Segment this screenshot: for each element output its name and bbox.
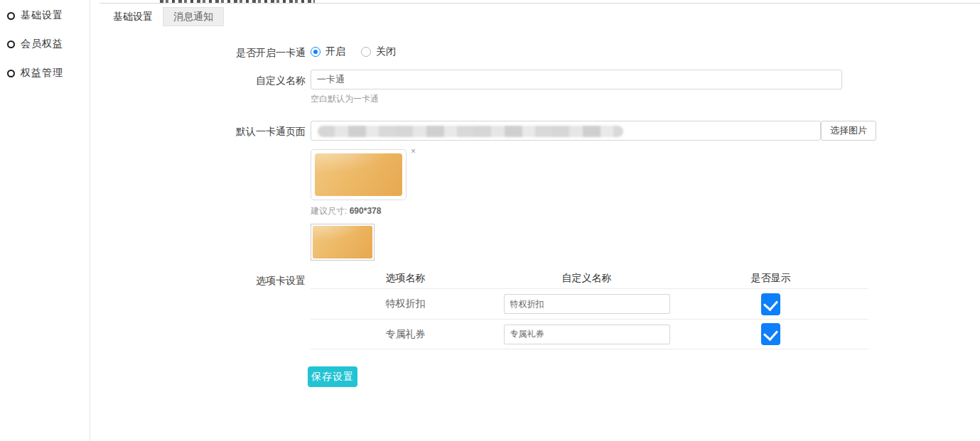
radio-option-on[interactable]: 开启 bbox=[311, 45, 345, 58]
radio-label: 关闭 bbox=[376, 45, 396, 58]
sidebar-item-label: 权益管理 bbox=[21, 67, 63, 80]
sidebar-item-member-benefits[interactable]: 会员权益 bbox=[7, 38, 63, 50]
col-header-visible: 是否显示 bbox=[673, 272, 868, 285]
option-custom-name-input[interactable] bbox=[504, 294, 670, 314]
radio-selected-icon bbox=[311, 47, 321, 57]
tab-basic-settings[interactable]: 基础设置 bbox=[103, 7, 163, 26]
option-name: 特权折扣 bbox=[311, 298, 500, 310]
table-row: 专属礼券 bbox=[311, 319, 868, 349]
tab-message-notify[interactable]: 消息通知 bbox=[163, 7, 224, 26]
custom-name-input[interactable] bbox=[311, 70, 842, 89]
default-page-label: 默认一卡通页面 bbox=[90, 126, 306, 138]
circle-icon bbox=[7, 40, 15, 48]
size-hint-value: 690*378 bbox=[350, 206, 382, 216]
default-page-input[interactable] bbox=[311, 121, 821, 141]
visible-checkbox-checked[interactable] bbox=[761, 323, 780, 345]
choose-image-button[interactable]: 选择图片 bbox=[821, 121, 876, 141]
redacted-value bbox=[318, 126, 623, 137]
sidebar: 基础设置 会员权益 权益管理 bbox=[0, 0, 90, 441]
gold-card-image bbox=[315, 153, 402, 196]
visible-checkbox-checked[interactable] bbox=[761, 293, 780, 315]
gold-card-image bbox=[313, 226, 372, 258]
size-hint: 建议尺寸: 690*378 bbox=[311, 205, 381, 217]
enable-card-radio-group: 开启 关闭 bbox=[311, 45, 396, 58]
radio-label: 开启 bbox=[325, 45, 345, 58]
image-preview-box[interactable] bbox=[311, 149, 406, 200]
col-header-option-name: 选项名称 bbox=[311, 272, 500, 285]
enable-card-label: 是否开启一卡通 bbox=[90, 47, 306, 60]
close-icon[interactable]: × bbox=[411, 147, 416, 156]
sidebar-item-label: 基础设置 bbox=[21, 9, 63, 22]
size-hint-label: 建议尺寸: bbox=[311, 206, 347, 216]
save-settings-button[interactable]: 保存设置 bbox=[308, 366, 357, 387]
sidebar-item-benefits-management[interactable]: 权益管理 bbox=[7, 67, 63, 80]
sidebar-item-basic-settings[interactable]: 基础设置 bbox=[7, 9, 63, 22]
page: 基础设置 会员权益 权益管理 基础设置 消息通知 是否开启一卡通 开启 bbox=[0, 0, 980, 441]
tab-bar: 基础设置 消息通知 bbox=[103, 7, 224, 26]
sidebar-item-label: 会员权益 bbox=[21, 38, 63, 50]
small-image-thumb[interactable] bbox=[311, 224, 375, 261]
custom-name-label: 自定义名称 bbox=[90, 75, 306, 87]
table-row: 特权折扣 bbox=[311, 288, 868, 319]
radio-option-off[interactable]: 关闭 bbox=[361, 45, 396, 58]
option-custom-name-input[interactable] bbox=[504, 325, 670, 344]
option-name: 专属礼券 bbox=[311, 328, 500, 341]
circle-icon bbox=[7, 12, 15, 20]
col-header-custom-name: 自定义名称 bbox=[500, 272, 673, 285]
circle-icon bbox=[7, 70, 15, 77]
radio-unselected-icon bbox=[361, 47, 371, 57]
table-header-row: 选项名称 自定义名称 是否显示 bbox=[311, 268, 868, 288]
top-divider bbox=[99, 3, 980, 4]
main-content: 基础设置 消息通知 是否开启一卡通 开启 关闭 自定义名称 空白默认为一卡通 默… bbox=[90, 0, 980, 441]
tab-options-label: 选项卡设置 bbox=[90, 275, 306, 288]
tab-options-table: 选项名称 自定义名称 是否显示 特权折扣 专属礼券 bbox=[311, 268, 868, 349]
custom-name-hint: 空白默认为一卡通 bbox=[311, 93, 379, 105]
